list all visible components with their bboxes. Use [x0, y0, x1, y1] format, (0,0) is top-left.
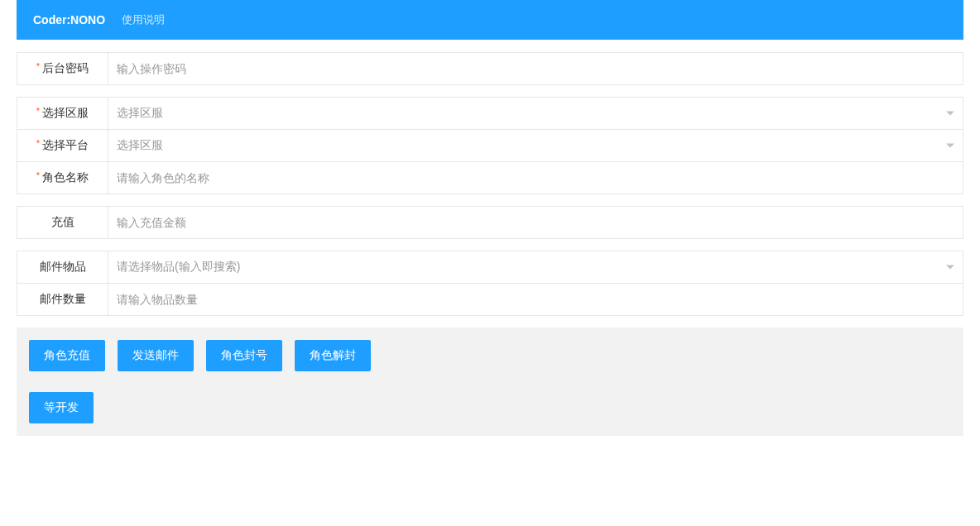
- recharge-group: 充值: [17, 206, 963, 239]
- ban-button[interactable]: 角色封号: [206, 340, 282, 371]
- mail-quantity-label: 邮件数量: [17, 284, 108, 315]
- server-select[interactable]: 选择区服: [108, 98, 963, 129]
- mail-quantity-input[interactable]: [108, 284, 963, 315]
- select-group: *选择区服 选择区服 *选择平台 选择区服 *角色名称: [17, 97, 963, 194]
- mail-item-label: 邮件物品: [17, 251, 108, 283]
- mail-group: 邮件物品 请选择物品(输入即搜索) 邮件数量: [17, 251, 963, 316]
- server-label: *选择区服: [17, 98, 108, 129]
- platform-select[interactable]: 选择区服: [108, 130, 963, 161]
- password-group: *后台密码: [17, 52, 963, 85]
- password-label: *后台密码: [17, 53, 108, 84]
- header-bar: Coder:NONO 使用说明: [17, 0, 963, 40]
- password-input[interactable]: [108, 53, 963, 84]
- send-mail-button[interactable]: 发送邮件: [118, 340, 194, 371]
- platform-label: *选择平台: [17, 130, 108, 161]
- header-title: Coder:NONO: [33, 13, 105, 26]
- recharge-input[interactable]: [108, 207, 963, 238]
- button-area: 角色充值 发送邮件 角色封号 角色解封 等开发: [17, 328, 963, 436]
- role-name-label: *角色名称: [17, 162, 108, 194]
- role-name-input[interactable]: [108, 162, 963, 194]
- chevron-down-icon: [946, 265, 954, 270]
- mail-item-select[interactable]: 请选择物品(输入即搜索): [108, 251, 963, 283]
- recharge-button[interactable]: 角色充值: [29, 340, 105, 371]
- help-link[interactable]: 使用说明: [122, 12, 165, 27]
- dev-button[interactable]: 等开发: [29, 392, 94, 423]
- chevron-down-icon: [946, 112, 954, 116]
- unban-button[interactable]: 角色解封: [295, 340, 371, 371]
- chevron-down-icon: [946, 144, 954, 148]
- recharge-label: 充值: [17, 207, 108, 238]
